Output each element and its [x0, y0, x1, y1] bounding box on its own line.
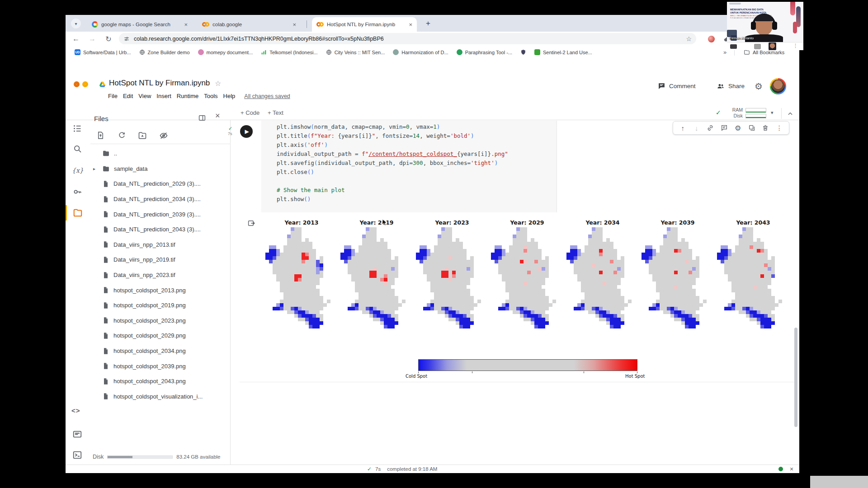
tree-file-row[interactable]: Data_NTL_prediction_2043 (3)....	[90, 222, 231, 237]
search-icon[interactable]	[73, 144, 82, 154]
bookmark-item[interactable]: Paraphrasing Tool -...	[453, 48, 516, 56]
address-bar[interactable]: colab.research.google.com/drive/1LIxk7ei…	[119, 33, 696, 44]
tree-folder-row[interactable]: ..	[90, 146, 231, 161]
tree-file-row[interactable]: hotspot_coldspot_2023.png	[90, 313, 231, 328]
copy-link-to-cell-icon[interactable]	[705, 123, 715, 133]
share-button[interactable]: Share	[717, 82, 745, 90]
map-title: Year: 2023	[416, 219, 488, 226]
comment-button[interactable]: Comment	[658, 82, 696, 90]
site-settings-icon[interactable]	[123, 36, 130, 42]
upload-file-icon[interactable]	[96, 131, 105, 140]
cell-settings-gear-icon[interactable]: ⚙	[733, 123, 743, 133]
bottom-right-panel	[810, 476, 868, 488]
colab-favicon-icon	[316, 22, 324, 27]
tree-file-row[interactable]: hotspot_coldspot_2019.png	[90, 298, 231, 313]
scrollbar-thumb[interactable]	[794, 328, 797, 427]
extension-avatar-icon[interactable]	[705, 33, 717, 45]
tree-file-row[interactable]: Data_NTL_prediction_2029 (3)....	[90, 176, 231, 192]
webcam-menu-kebab-icon[interactable]: ⋮	[793, 43, 798, 49]
resources-caret-icon[interactable]: ▾	[771, 110, 774, 116]
table-of-contents-icon[interactable]	[73, 124, 82, 133]
back-icon[interactable]: ←	[70, 33, 82, 45]
terminal-icon[interactable]	[72, 450, 82, 460]
forward-icon[interactable]: →	[86, 33, 98, 45]
output-actions-icon[interactable]	[247, 219, 255, 227]
tree-file-row[interactable]: hotspot_coldspot_2039.png	[90, 358, 231, 374]
bookmark-item[interactable]: Telkomsel (Indonesi...	[257, 48, 321, 56]
refresh-files-icon[interactable]	[118, 131, 126, 140]
more-cell-actions-kebab-icon[interactable]: ⋮	[774, 123, 784, 133]
star-notebook-icon[interactable]: ☆	[215, 79, 221, 88]
add-text-button[interactable]: + Text	[268, 109, 283, 116]
menu-insert[interactable]: Insert	[154, 92, 174, 100]
variables-icon[interactable]: {x}	[72, 167, 84, 174]
notebook-toolbar: + Code + Text ✓ RAM Disk ▾	[66, 107, 799, 120]
hidden-files-eye-off-icon[interactable]	[159, 131, 168, 140]
expand-caret-icon[interactable]: ▸	[93, 166, 95, 171]
tree-file-row[interactable]: hotspot_coldspot_2034.png	[90, 343, 231, 359]
new-tab-button[interactable]: +	[423, 18, 434, 29]
tree-file-row[interactable]: Data_viirs_npp_2019.tif	[90, 252, 231, 267]
pip-icon[interactable]	[730, 44, 737, 49]
tree-folder-row[interactable]: ▸sample_data	[90, 161, 231, 177]
video-thumb-placeholder[interactable]	[754, 44, 761, 49]
open-in-panel-icon[interactable]	[198, 114, 206, 122]
tab-hotspot-notebook[interactable]: HotSpot NTL by Firman.ipynb ×	[312, 17, 417, 32]
menu-file[interactable]: File	[105, 92, 120, 100]
menu-runtime[interactable]: Runtime	[174, 92, 201, 100]
secrets-key-icon[interactable]	[73, 187, 82, 197]
move-cell-down-icon[interactable]: ↓	[692, 123, 702, 133]
tab-close-icon[interactable]: ×	[408, 21, 413, 28]
tab-google-maps[interactable]: google maps - Google Search ×	[87, 17, 192, 32]
code-editor[interactable]: plt.imshow(norm_data, cmap=cmap, vmin=0,…	[261, 121, 557, 227]
bookmark-item[interactable]: Harmonization of D...	[389, 48, 452, 56]
bookmark-item[interactable]: momepy document...	[194, 48, 257, 56]
tree-file-row[interactable]: Data_viirs_npp_2023.tif	[90, 267, 231, 283]
command-palette-icon[interactable]	[72, 429, 82, 439]
tab-close-icon[interactable]: ×	[183, 21, 189, 28]
profile-avatar[interactable]	[770, 78, 786, 94]
tab-search-chevron-icon[interactable]: ▾	[71, 19, 81, 28]
tree-file-row[interactable]: hotspot_coldspot_2029.png	[90, 328, 231, 343]
tree-file-row[interactable]: hotspot_coldspot_2043.png	[90, 374, 231, 389]
add-code-button[interactable]: + Code	[241, 109, 259, 116]
mirror-cell-icon[interactable]	[747, 123, 757, 133]
close-panel-icon[interactable]: ×	[215, 111, 220, 121]
files-folder-icon[interactable]	[73, 208, 83, 218]
bookmark-item[interactable]: Sentinel-2 Land Use...	[531, 48, 596, 56]
bookmark-item[interactable]: UDSoftware/Data | Urb...	[71, 48, 135, 56]
menu-help[interactable]: Help	[221, 92, 238, 100]
add-comment-icon[interactable]	[719, 123, 729, 133]
tree-file-row[interactable]: Data_NTL_prediction_2034 (3)....	[90, 192, 231, 207]
bookmark-item[interactable]: City Veins :: MIT Sen...	[322, 48, 389, 56]
tree-file-row[interactable]: hotspot_coldspot_visualization_i...	[90, 389, 231, 404]
menu-tools[interactable]: Tools	[201, 92, 220, 100]
tree-file-row[interactable]: Data_NTL_prediction_2039 (3)....	[90, 206, 231, 222]
tab-close-icon[interactable]: ×	[292, 21, 297, 28]
changes-saved-status[interactable]: All changes saved	[244, 93, 290, 99]
close-status-icon[interactable]: ×	[790, 465, 793, 473]
collapse-toolbar-chevron-icon[interactable]	[787, 111, 793, 117]
menu-edit[interactable]: Edit	[120, 92, 136, 100]
code-snippets-icon[interactable]: <>	[71, 407, 80, 414]
bookmark-star-icon[interactable]: ☆	[686, 35, 692, 42]
reload-icon[interactable]: ↻	[103, 33, 114, 45]
move-cell-up-icon[interactable]: ↑	[678, 123, 688, 133]
bookmark-item[interactable]: Zone Builder demo	[136, 48, 193, 56]
mount-drive-icon[interactable]	[138, 131, 147, 140]
file-icon	[102, 211, 109, 218]
tree-file-row[interactable]: Data_viirs_npp_2013.tif	[90, 237, 231, 253]
delete-cell-trash-icon[interactable]	[760, 123, 770, 133]
tab-colab-google[interactable]: colab.google ×	[198, 17, 301, 32]
menu-view[interactable]: View	[136, 92, 154, 100]
files-panel-title: Files	[94, 115, 108, 122]
tree-item-label: hotspot_coldspot_2043.png	[113, 378, 186, 385]
notebook-title[interactable]: HotSpot NTL by Firman.ipynb	[109, 79, 210, 88]
settings-gear-icon[interactable]: ⚙	[755, 81, 763, 92]
bookmark-item[interactable]	[517, 48, 530, 56]
bookmarks-overflow-chevron[interactable]: »	[723, 49, 726, 56]
run-cell-button[interactable]: ▶	[240, 125, 253, 138]
file-icon	[102, 241, 109, 248]
tree-file-row[interactable]: hotspot_coldspot_2013.png	[90, 282, 231, 298]
participant-thumbnail[interactable]	[769, 42, 776, 50]
